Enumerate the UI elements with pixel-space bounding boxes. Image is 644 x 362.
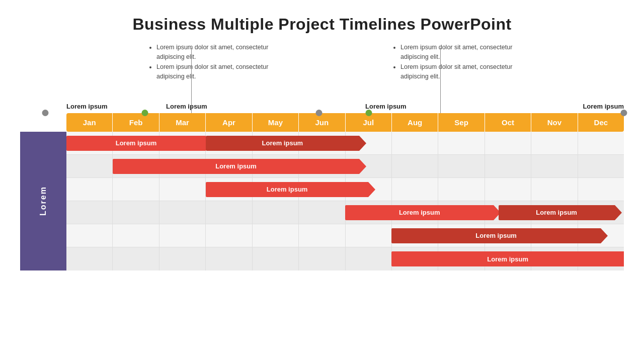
month-cell-mar: Mar <box>159 113 206 132</box>
bar-row0-bar1: Lorem ipsum <box>206 136 359 151</box>
right-annotation: Lorem ipsum dolor sit amet, consectetur … <box>392 43 528 82</box>
bar-row0-bar0: Lorem ipsum <box>66 136 206 151</box>
milestone-dot-1 <box>141 110 148 116</box>
gantt-container: Lorem Lorem ipsumLorem ipsumLorem ipsumL… <box>20 132 624 270</box>
month-header: JanFebMarAprMayJunJulAugSepOctNovDec <box>66 113 624 132</box>
month-cell-feb: Feb <box>113 113 159 132</box>
month-cell-aug: Aug <box>392 113 438 132</box>
left-bullet-2: Lorem ipsum dolor sit amet, consectetur … <box>156 62 284 82</box>
gantt-rows: Lorem ipsumLorem ipsumLorem ipsumLorem i… <box>66 132 624 270</box>
milestone-label-0: Lorem ipsum <box>66 103 108 110</box>
milestone-dot-3 <box>621 110 627 116</box>
right-vline <box>440 48 441 113</box>
right-bullet-2: Lorem ipsum dolor sit amet, consectetur … <box>400 62 528 82</box>
gantt-row-1: Lorem ipsum <box>66 155 624 178</box>
bar-row3-bar1: Lorem ipsum <box>499 205 615 220</box>
right-bullet-1: Lorem ipsum dolor sit amet, consectetur … <box>400 43 528 62</box>
gantt-row-0: Lorem ipsumLorem ipsum <box>66 132 624 155</box>
left-bullet-1: Lorem ipsum dolor sit amet, consectetur … <box>156 43 284 62</box>
month-cell-apr: Apr <box>206 113 252 132</box>
gantt-row-5: Lorem ipsum <box>66 247 624 270</box>
bar-row1-bar0: Lorem ipsum <box>113 159 359 174</box>
bar-row2-bar0: Lorem ipsum <box>206 182 368 197</box>
slide: Business Multiple Project Timelines Powe… <box>0 0 644 362</box>
bar-row5-bar0: Lorem ipsum <box>391 251 624 266</box>
month-cell-nov: Nov <box>531 113 578 132</box>
gantt-row-4: Lorem ipsum <box>66 224 624 247</box>
month-cell-sep: Sep <box>438 113 485 132</box>
gantt-label: Lorem <box>20 132 66 270</box>
month-cell-jan: Jan <box>66 113 113 132</box>
gantt-row-2: Lorem ipsum <box>66 178 624 201</box>
gantt-row-3: Lorem ipsumLorem ipsum <box>66 201 624 224</box>
month-cell-oct: Oct <box>485 113 531 132</box>
milestone-label-2: Lorem ipsum <box>365 103 407 110</box>
milestone-label-1: Lorem ipsum <box>166 103 207 110</box>
milestone-dot-2b <box>366 110 372 116</box>
bar-row3-bar0: Lorem ipsum <box>345 205 494 220</box>
timeline-area: JanFebMarAprMayJunJulAugSepOctNovDec Lor… <box>20 113 624 270</box>
left-vline <box>191 48 192 113</box>
milestone-label-3: Lorem ipsum <box>583 103 624 110</box>
month-cell-dec: Dec <box>578 113 624 132</box>
milestone-dot-0 <box>42 110 48 116</box>
milestone-dot-2 <box>316 110 323 116</box>
slide-title: Business Multiple Project Timelines Powe… <box>20 15 624 34</box>
month-cell-may: May <box>253 113 299 132</box>
month-cell-jun: Jun <box>299 113 345 132</box>
left-annotation: Lorem ipsum dolor sit amet, consectetur … <box>148 43 284 82</box>
bar-row4-bar0: Lorem ipsum <box>391 228 601 243</box>
